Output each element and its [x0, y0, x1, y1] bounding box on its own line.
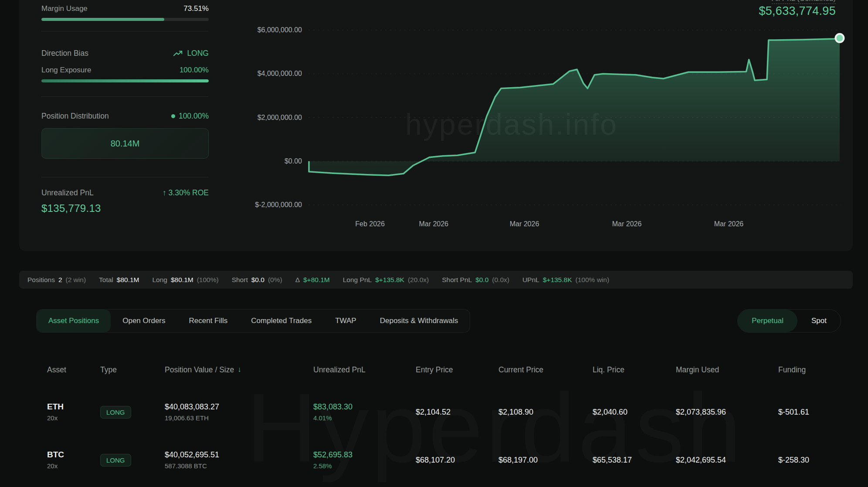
- table-row-btc[interactable]: BTC20x LONG $40,052,695.51587.3088 BTC $…: [47, 436, 839, 484]
- section-tabs: Asset PositionsOpen OrdersRecent FillsCo…: [36, 309, 470, 333]
- stat-item: Long PnL $+135.8K(20.0x): [343, 276, 429, 284]
- stat-item: UPnL $+135.8K(100% win): [522, 276, 609, 284]
- cell-funding: $-258.30: [778, 455, 839, 465]
- stat-value: $0.0: [475, 276, 488, 284]
- stat-extra: (20.0x): [408, 276, 429, 284]
- stat-label: Δ: [295, 276, 300, 284]
- stat-value: $80.1M: [171, 276, 193, 284]
- trending-up-icon: [173, 50, 183, 57]
- toggle-spot[interactable]: Spot: [797, 310, 841, 332]
- tab-deposits-withdrawals[interactable]: Deposits & Withdrawals: [368, 310, 470, 332]
- x-tick-label: Mar 2026: [714, 220, 744, 228]
- sort-desc-icon[interactable]: ↓: [237, 365, 241, 374]
- cell-type: LONG: [100, 454, 165, 467]
- stat-item: Δ $+80.1M: [295, 276, 330, 284]
- column-header-entry-price[interactable]: Entry Price: [416, 365, 498, 375]
- position-distribution-value: 100.00%: [171, 112, 209, 121]
- unrealized-pnl-label: Unrealized PnL: [41, 188, 94, 198]
- cell-margin-used: $2,073,835.96: [676, 407, 778, 417]
- unrealized-pnl-row: Unrealized PnL ↑ 3.30% ROE: [41, 188, 209, 198]
- positions-table-header: AssetTypePosition Value / Size↓Unrealize…: [47, 360, 839, 379]
- stat-item: Short $0.0(0%): [232, 276, 282, 284]
- direction-bias-row: Direction Bias LONG: [41, 49, 209, 58]
- cell-asset: ETH20x: [47, 402, 100, 422]
- margin-usage-bar-fill: [41, 18, 164, 21]
- long-exposure-label: Long Exposure: [41, 66, 91, 75]
- position-distribution-label: Position Distribution: [41, 112, 109, 121]
- column-header-type[interactable]: Type: [100, 365, 165, 375]
- x-tick-label: Mar 2026: [510, 220, 539, 228]
- y-tick-label: $0.00: [239, 157, 302, 166]
- long-exposure-value: 100.00%: [180, 66, 209, 75]
- green-dot-icon: [171, 114, 175, 118]
- position-distribution-segment[interactable]: 80.14M: [41, 128, 209, 159]
- long-exposure-bar-fill: [41, 79, 209, 82]
- column-header-margin-used[interactable]: Margin Used: [676, 365, 778, 375]
- long-badge: LONG: [100, 454, 131, 467]
- cell-unrealized-pnl: $83,083.304.01%: [313, 402, 416, 422]
- cell-current-price: $68,197.00: [498, 455, 593, 465]
- margin-usage-bar: [41, 18, 209, 21]
- cell-liq-price: $65,538.17: [593, 455, 676, 465]
- stat-value: $+135.8K: [543, 276, 572, 284]
- hyperdash-dashboard: { "colors": { "accent": "#4fc08d", "gree…: [0, 0, 868, 487]
- positions-table-body: ETH20x LONG $40,083,083.2719,006.63 ETH …: [47, 388, 839, 484]
- unrealized-pnl-value: $135,779.13: [41, 202, 101, 215]
- stat-label: Short: [232, 276, 248, 284]
- direction-bias-value: LONG: [173, 49, 209, 58]
- long-exposure-bar: [41, 79, 209, 82]
- market-type-toggle: PerpetualSpot: [737, 309, 841, 333]
- stat-extra: (0.0x): [492, 276, 509, 284]
- table-row-eth[interactable]: ETH20x LONG $40,083,083.2719,006.63 ETH …: [47, 388, 839, 436]
- column-header-asset[interactable]: Asset: [47, 365, 100, 375]
- stat-value: $+80.1M: [303, 276, 330, 284]
- column-header-current-price[interactable]: Current Price: [498, 365, 593, 375]
- pnl-area-fill: [309, 38, 840, 175]
- cell-asset: BTC20x: [47, 450, 100, 470]
- column-header-liq-price[interactable]: Liq. Price: [593, 365, 676, 375]
- cell-liq-price: $2,040.60: [593, 407, 676, 417]
- toggle-perpetual[interactable]: Perpetual: [738, 310, 797, 332]
- stat-extra: (2 win): [66, 276, 86, 284]
- stat-label: Short PnL: [442, 276, 472, 284]
- cell-current-price: $2,108.90: [498, 407, 593, 417]
- y-tick-label: $-2,000,000.00: [239, 201, 302, 209]
- chart-watermark: hyperdash.info: [405, 107, 618, 141]
- stat-item: Positions 2(2 win): [27, 276, 86, 284]
- chart-total-value: $5,633,774.95: [759, 4, 836, 18]
- column-header-position-value-size[interactable]: Position Value / Size↓: [165, 365, 313, 375]
- direction-bias-label: Direction Bias: [41, 49, 88, 58]
- cell-entry-price: $68,107.20: [416, 455, 498, 465]
- tab-open-orders[interactable]: Open Orders: [111, 310, 177, 332]
- x-tick-label: Mar 2026: [419, 220, 448, 228]
- position-distribution-row: Position Distribution 100.00%: [41, 112, 209, 121]
- long-exposure-row: Long Exposure 100.00%: [41, 66, 209, 75]
- stat-extra: (100%): [197, 276, 219, 284]
- long-badge: LONG: [100, 406, 131, 419]
- cell-funding: $-501.61: [778, 407, 839, 417]
- stat-item: Long $80.1M(100%): [153, 276, 219, 284]
- x-tick-label: Feb 2026: [355, 220, 385, 228]
- column-header-funding[interactable]: Funding: [778, 365, 839, 375]
- margin-usage-row: Margin Usage 73.51%: [41, 4, 209, 13]
- cell-margin-used: $2,042,695.54: [676, 455, 778, 465]
- cell-entry-price: $2,104.52: [416, 407, 498, 417]
- column-header-unrealized-pnl[interactable]: Unrealized PnL: [313, 365, 416, 375]
- cell-position-value: $40,083,083.2719,006.63 ETH: [165, 402, 313, 422]
- stat-label: UPnL: [522, 276, 539, 284]
- stat-label: Long: [153, 276, 167, 284]
- stat-label: Positions: [27, 276, 55, 284]
- tab-asset-positions[interactable]: Asset Positions: [37, 310, 111, 332]
- tab-recent-fills[interactable]: Recent Fills: [177, 310, 240, 332]
- y-tick-label: $6,000,000.00: [239, 26, 302, 34]
- latest-point-dot[interactable]: [836, 34, 844, 42]
- tab-twap[interactable]: TWAP: [323, 310, 368, 332]
- positions-summary-bar: Positions 2(2 win)Total $80.1MLong $80.1…: [19, 271, 853, 289]
- margin-usage-label: Margin Usage: [41, 4, 88, 13]
- stat-value: 2: [58, 276, 62, 284]
- chart-title: All PnL (Combined): [772, 0, 836, 4]
- stat-value: $80.1M: [117, 276, 139, 284]
- cell-unrealized-pnl: $52,695.832.58%: [313, 450, 416, 470]
- stat-extra: (0%): [268, 276, 282, 284]
- tab-completed-trades[interactable]: Completed Trades: [239, 310, 323, 332]
